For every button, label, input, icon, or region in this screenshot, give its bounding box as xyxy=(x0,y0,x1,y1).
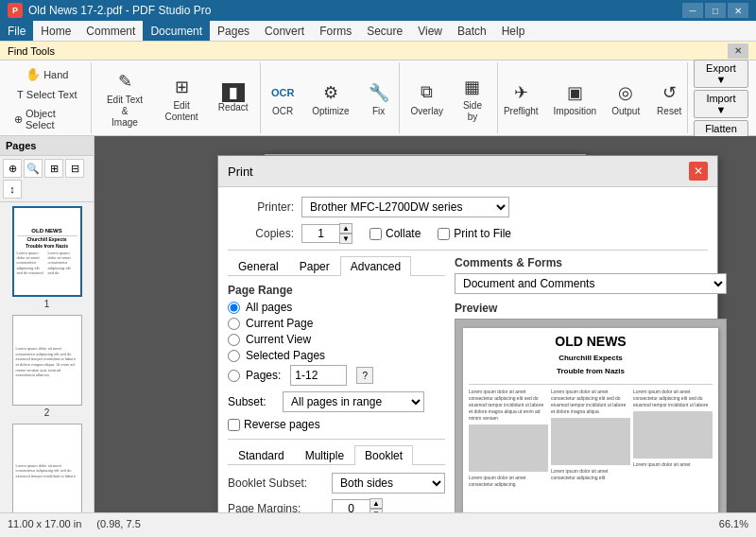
reverse-pages-checkbox[interactable] xyxy=(228,419,240,431)
sidebar-tool-1[interactable]: ⊕ xyxy=(3,159,22,178)
reset-icon: ↺ xyxy=(656,79,682,106)
copies-input[interactable] xyxy=(301,224,339,243)
menu-pages[interactable]: Pages xyxy=(210,21,257,41)
all-pages-radio[interactable] xyxy=(228,302,240,314)
fix-btn[interactable]: 🔧 Fix xyxy=(358,76,400,121)
dialog-overlay: Print ✕ Printer: Brother MFC-L2700DW ser… xyxy=(94,136,756,512)
ribbon-group-edit: ✎ Edit Text &Image ⊞ Edit Content █ Reda… xyxy=(94,62,261,133)
tab-advanced[interactable]: Advanced xyxy=(340,256,411,276)
reverse-pages-option[interactable]: Reverse pages xyxy=(228,418,445,431)
preview-headline: OLD NEWS xyxy=(469,334,713,350)
margins-up[interactable]: ▲ xyxy=(369,498,383,509)
menu-secure[interactable]: Secure xyxy=(359,21,410,41)
pages-radio[interactable] xyxy=(228,370,240,382)
hand-tool-btn[interactable]: ✋ Hand xyxy=(9,64,85,84)
side-by-btn[interactable]: ▦ Side by xyxy=(451,70,494,127)
sidebar-tool-2[interactable]: 🔍 xyxy=(24,159,43,178)
optimize-icon: ⚙ xyxy=(318,79,344,106)
tab-multiple[interactable]: Multiple xyxy=(295,445,354,465)
page-thumb-img-1: OLD NEWS Churchill ExpectsTrouble from N… xyxy=(12,206,82,297)
imposition-btn[interactable]: ▣ Imposition xyxy=(547,76,604,121)
printer-select[interactable]: Brother MFC-L2700DW series xyxy=(301,197,509,217)
page-thumb-1[interactable]: OLD NEWS Churchill ExpectsTrouble from N… xyxy=(4,206,90,309)
tab-general[interactable]: General xyxy=(228,256,289,276)
output-btn[interactable]: ◎ Output xyxy=(605,76,646,121)
preview-col-1: Lorem ipsum dolor sit amet consectetur a… xyxy=(469,389,548,488)
pages-range-input[interactable] xyxy=(290,365,347,386)
menu-file[interactable]: File xyxy=(0,21,33,41)
subset-select[interactable]: All pages in range xyxy=(283,391,424,412)
pages-help-button[interactable]: ? xyxy=(356,367,373,384)
current-page-option[interactable]: Current Page xyxy=(228,317,445,330)
dialog-close-button[interactable]: ✕ xyxy=(689,162,708,181)
selected-pages-radio[interactable] xyxy=(228,350,240,362)
content-area: S ts zis $ 3.75 ecrets because he ninist… xyxy=(94,136,756,512)
copies-down[interactable]: ▼ xyxy=(339,234,352,244)
menu-home[interactable]: Home xyxy=(33,21,78,41)
reset-btn[interactable]: ↺ Reset xyxy=(648,76,690,121)
comments-forms-select[interactable]: Document and Comments Document only Form… xyxy=(455,273,727,294)
print-dialog: Print ✕ Printer: Brother MFC-L2700DW ser… xyxy=(217,155,718,512)
menu-batch[interactable]: Batch xyxy=(450,21,494,41)
ribbon-right-panel: Export ▼ Import ▼ Flatten xyxy=(690,62,752,133)
selected-pages-option[interactable]: Selected Pages xyxy=(228,349,445,362)
status-zoom: 66.1% xyxy=(719,518,748,529)
page-thumb-2[interactable]: Lorem ipsum dolor sit amet consectetur a… xyxy=(4,315,90,418)
overlay-btn[interactable]: ⧉ Overlay xyxy=(404,76,449,121)
margins-down[interactable]: ▼ xyxy=(369,509,383,512)
find-tools-close[interactable]: ✕ xyxy=(728,43,748,59)
flatten-button[interactable]: Flatten xyxy=(694,120,748,137)
ocr-buttons: OCR OCR ⚙ Optimize 🔧 Fix xyxy=(262,64,399,131)
tab-booklet[interactable]: Booklet xyxy=(354,445,413,465)
sidebar-pages: OLD NEWS Churchill ExpectsTrouble from N… xyxy=(0,202,94,512)
current-view-radio[interactable] xyxy=(228,334,240,346)
ribbon-group-tools: ✋ Hand T Select Text ⊕ Object Select Too… xyxy=(4,62,92,133)
copies-up[interactable]: ▲ xyxy=(339,223,352,234)
menu-view[interactable]: View xyxy=(410,21,450,41)
edit-content-btn[interactable]: ⊞ Edit Content xyxy=(152,70,210,127)
maximize-button[interactable]: □ xyxy=(705,3,726,18)
redact-btn[interactable]: █ Redact xyxy=(213,79,254,117)
margins-input[interactable] xyxy=(332,499,369,512)
ocr-btn[interactable]: OCR OCR xyxy=(262,76,303,121)
page-thumb-3[interactable]: Lorem ipsum dolor sit amet consectetur a… xyxy=(4,424,90,512)
menu-bar: File Home Comment Document Pages Convert… xyxy=(0,21,756,42)
edit-text-image-btn[interactable]: ✎ Edit Text &Image xyxy=(99,64,151,132)
preview-img-1 xyxy=(469,424,548,472)
printer-row: Printer: Brother MFC-L2700DW series xyxy=(228,197,708,217)
preflight-btn[interactable]: ✈ Preflight xyxy=(497,76,545,121)
sidebar-tool-3[interactable]: ⊞ xyxy=(44,159,63,178)
menu-convert[interactable]: Convert xyxy=(257,21,312,41)
preview-page: OLD NEWS Churchill Expects Trouble from … xyxy=(463,328,718,512)
booklet-subset-select[interactable]: Both sides Front side only Back side onl… xyxy=(332,473,445,494)
menu-help[interactable]: Help xyxy=(494,21,533,41)
menu-comment[interactable]: Comment xyxy=(78,21,143,41)
output-icon: ◎ xyxy=(612,79,639,106)
minimize-button[interactable]: ─ xyxy=(682,3,703,18)
page-margins-label: Page Margins: xyxy=(228,502,332,512)
import-button[interactable]: Import ▼ xyxy=(694,90,748,118)
current-page-radio[interactable] xyxy=(228,318,240,330)
redact-icon: █ xyxy=(222,83,245,102)
tab-paper[interactable]: Paper xyxy=(289,256,340,276)
inner-tabs: Standard Multiple Booklet xyxy=(228,445,445,465)
sidebar-tool-4[interactable]: ⊟ xyxy=(65,159,84,178)
tab-standard[interactable]: Standard xyxy=(228,445,295,465)
sidebar-toolbar: ⊕ 🔍 ⊞ ⊟ ↕ xyxy=(0,156,94,202)
export-button[interactable]: Export ▼ xyxy=(694,60,748,88)
print-to-file-checkbox[interactable] xyxy=(438,228,450,240)
menu-forms[interactable]: Forms xyxy=(312,21,359,41)
preflight-icon: ✈ xyxy=(507,79,534,106)
ocr-icon: OCR xyxy=(269,79,296,106)
dialog-right: Comments & Forms Document and Comments D… xyxy=(455,256,727,512)
all-pages-option[interactable]: All pages xyxy=(228,301,445,314)
preview-box: OLD NEWS Churchill Expects Trouble from … xyxy=(455,319,727,512)
select-text-btn[interactable]: T Select Text xyxy=(9,86,85,103)
collate-checkbox[interactable] xyxy=(369,228,382,240)
optimize-btn[interactable]: ⚙ Optimize xyxy=(305,76,355,121)
current-view-option[interactable]: Current View xyxy=(228,333,445,346)
window-close-button[interactable]: ✕ xyxy=(728,3,748,18)
menu-document[interactable]: Document xyxy=(143,21,210,41)
sidebar-tool-5[interactable]: ↕ xyxy=(3,180,22,199)
object-select-btn[interactable]: ⊕ Object Select xyxy=(9,105,85,133)
